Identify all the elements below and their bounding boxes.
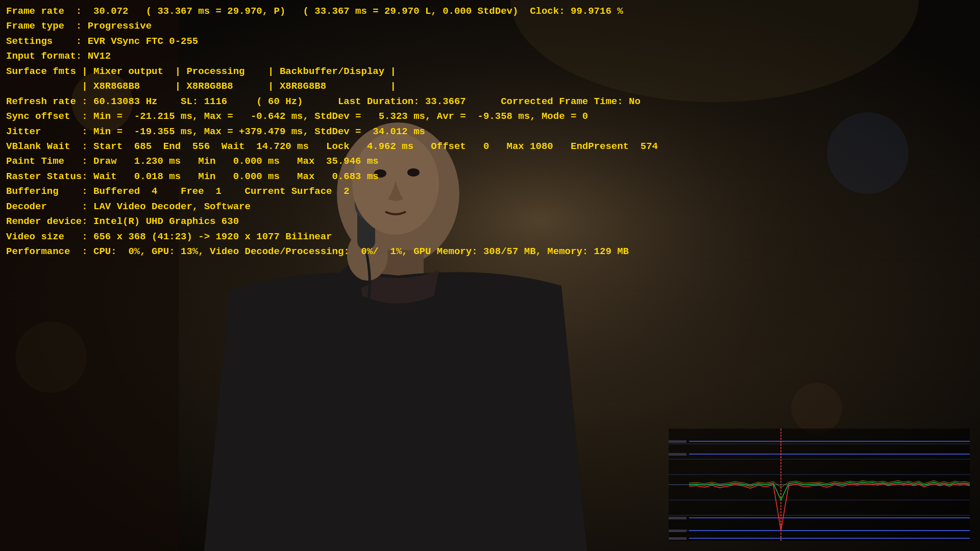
main-container: Frame rate : 30.072 ( 33.367 ms = 29.970… xyxy=(0,0,980,551)
svg-point-11 xyxy=(71,71,133,133)
svg-point-13 xyxy=(791,383,842,434)
svg-point-9 xyxy=(374,169,386,178)
svg-rect-30 xyxy=(669,453,687,456)
svg-rect-32 xyxy=(669,530,687,532)
svg-point-10 xyxy=(407,168,420,177)
svg-point-12 xyxy=(827,112,909,194)
timing-chart xyxy=(669,429,970,541)
svg-rect-31 xyxy=(669,517,687,519)
svg-point-14 xyxy=(15,321,87,393)
svg-rect-33 xyxy=(669,537,687,540)
chart-container xyxy=(669,429,970,541)
svg-rect-29 xyxy=(669,440,687,443)
